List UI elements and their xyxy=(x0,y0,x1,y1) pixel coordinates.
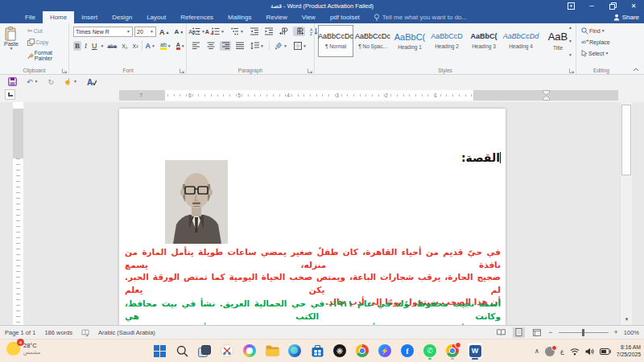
horizontal-ruler[interactable]: 7 6 5 4 3 2 1 xyxy=(119,90,618,101)
facebook-icon[interactable]: f xyxy=(399,342,415,360)
find-button[interactable]: Find▼ xyxy=(580,27,607,35)
style-heading-4[interactable]: AaBbCcDdHeading 4 xyxy=(503,25,539,57)
styles-gallery-more[interactable]: ▼ xyxy=(568,52,572,57)
tab-mailings[interactable]: Mailings xyxy=(221,11,258,23)
shrink-font-button[interactable]: A▼ xyxy=(172,27,185,36)
clipboard-dialog-launcher[interactable] xyxy=(62,68,67,73)
style-no-spacing[interactable]: AaBbCcDc¶ No Spac... xyxy=(355,25,390,57)
proofing-status-icon[interactable] xyxy=(81,329,89,336)
spelling-check-button[interactable]: A xyxy=(87,78,97,86)
underline-button[interactable]: U xyxy=(90,41,99,51)
replace-button[interactable]: ab Replace xyxy=(580,38,612,47)
vertical-scrollbar[interactable]: ▲ ▼ xyxy=(620,102,632,325)
naguib-mahfouz-portrait[interactable] xyxy=(165,160,228,244)
recording-indicator-icon[interactable] xyxy=(545,347,555,356)
clock[interactable]: 8:16 AM 7/25/2025 xyxy=(617,344,641,358)
search-button[interactable] xyxy=(174,342,190,360)
font-size-combo[interactable]: 20▼ xyxy=(134,27,156,37)
document-heading[interactable]: القصة: xyxy=(461,151,501,164)
wifi-icon[interactable] xyxy=(570,348,580,356)
tab-file[interactable]: File xyxy=(18,11,43,23)
paste-dropdown-caret[interactable]: ▼ xyxy=(9,47,13,51)
zoom-slider-thumb[interactable] xyxy=(582,329,584,336)
weather-widget[interactable]: 4 28°C مشمس xyxy=(6,342,40,356)
copy-button[interactable]: Copy xyxy=(26,38,50,47)
text-effects-button[interactable]: A▼ xyxy=(144,41,157,51)
styles-scroll-down[interactable]: ▼ xyxy=(568,39,572,43)
style-heading-1[interactable]: AaBbC(Heading 1 xyxy=(392,25,427,57)
battery-icon[interactable] xyxy=(600,348,611,355)
justify-button[interactable] xyxy=(234,41,246,51)
touch-mouse-mode-button[interactable]: ☝▼ xyxy=(64,78,77,85)
close-button[interactable]: ✕ xyxy=(623,0,644,11)
tab-references[interactable]: References xyxy=(173,11,221,23)
zoom-slider[interactable] xyxy=(559,332,609,333)
select-button[interactable]: Select▼ xyxy=(580,49,610,58)
highlight-color-button[interactable]: ab▼ xyxy=(159,41,173,51)
vertical-ruler[interactable] xyxy=(13,102,23,325)
story-paragraph-2[interactable]: اسمه نجيب محفوظ. وُلد في عام ١٩١١، في حي… xyxy=(125,298,501,325)
numbering-button[interactable]: ▼ xyxy=(210,27,226,36)
zoom-out-button[interactable]: − xyxy=(548,328,552,336)
messenger-icon[interactable]: ⚡ xyxy=(377,342,393,360)
restore-button[interactable] xyxy=(602,0,623,11)
line-spacing-button[interactable]: ▼ xyxy=(249,41,266,51)
tell-me-box[interactable]: Tell me what you want to do... xyxy=(367,11,473,23)
underline-caret[interactable]: ▼ xyxy=(101,44,105,48)
tab-home[interactable]: Home xyxy=(43,11,74,23)
whatsapp-icon[interactable]: ✆ xyxy=(422,342,438,360)
align-center-button[interactable] xyxy=(205,41,217,51)
collapse-ribbon-button[interactable] xyxy=(633,68,639,72)
edge-icon[interactable] xyxy=(287,342,303,360)
format-painter-button[interactable]: Format Painter xyxy=(26,49,68,62)
microsoft-store-icon[interactable] xyxy=(309,342,325,360)
tab-view[interactable]: View xyxy=(295,11,323,23)
page-indicator[interactable]: Page 1 of 1 xyxy=(5,329,35,336)
start-button[interactable] xyxy=(151,342,167,360)
print-layout-button[interactable] xyxy=(513,327,525,338)
style-heading-3[interactable]: AaBbC(Heading 3 xyxy=(466,25,502,57)
italic-button[interactable]: I xyxy=(83,41,89,51)
chrome-icon[interactable] xyxy=(354,342,370,360)
volume-icon[interactable] xyxy=(585,348,594,356)
word-count[interactable]: 186 words xyxy=(44,329,72,336)
styles-scroll-up[interactable]: ▲ xyxy=(568,25,572,30)
undo-button[interactable]: ↶▼ xyxy=(27,78,39,86)
keyboard-language-indicator[interactable]: ع xyxy=(560,348,564,355)
decrease-indent-button[interactable] xyxy=(249,27,260,36)
shading-button[interactable]: ▼ xyxy=(273,41,289,51)
scrollbar-thumb[interactable] xyxy=(621,105,631,175)
tab-insert[interactable]: Insert xyxy=(74,11,105,23)
subscript-button[interactable]: X₂ xyxy=(120,43,129,50)
rtl-direction-button[interactable] xyxy=(293,27,305,36)
paste-button[interactable]: Paste ▼ xyxy=(4,27,19,51)
web-layout-button[interactable] xyxy=(530,327,543,338)
chatgpt-icon[interactable]: ❋ xyxy=(332,342,348,360)
indent-markers[interactable] xyxy=(543,90,550,101)
zoom-level[interactable]: 100% xyxy=(624,329,639,336)
font-name-combo[interactable]: Times New R▼ xyxy=(73,27,133,37)
paragraph-dialog-launcher[interactable] xyxy=(308,68,312,73)
align-right-button[interactable] xyxy=(220,41,231,51)
font-dialog-launcher[interactable] xyxy=(180,68,184,73)
document-page[interactable]: القصة: في حيّ قديم من أحياء القاهرة، كان… xyxy=(119,109,506,325)
styles-dialog-launcher[interactable] xyxy=(569,68,574,73)
align-left-button[interactable] xyxy=(191,41,202,51)
chrome-profile-icon[interactable] xyxy=(444,342,460,360)
file-explorer-icon[interactable] xyxy=(264,342,280,360)
ltr-direction-button[interactable] xyxy=(278,27,290,36)
increase-indent-button[interactable] xyxy=(263,27,275,36)
grow-font-button[interactable]: A▲ xyxy=(158,27,171,37)
multilevel-list-button[interactable]: ▼ xyxy=(229,27,246,36)
font-color-button[interactable]: A▼ xyxy=(175,41,187,51)
read-mode-button[interactable] xyxy=(495,327,507,338)
style-heading-2[interactable]: AaBbCcDHeading 2 xyxy=(429,25,464,57)
bold-button[interactable]: B xyxy=(73,41,81,51)
borders-button[interactable]: ▼ xyxy=(292,41,308,51)
task-view-button[interactable] xyxy=(196,342,213,360)
language-indicator[interactable]: Arabic (Saudi Arabia) xyxy=(98,329,155,336)
tab-layout[interactable]: Layout xyxy=(139,11,173,23)
minimize-button[interactable]: ─ xyxy=(581,0,602,11)
scroll-down-button[interactable]: ▼ xyxy=(621,314,633,325)
word-taskbar-icon[interactable]: W xyxy=(467,342,483,360)
